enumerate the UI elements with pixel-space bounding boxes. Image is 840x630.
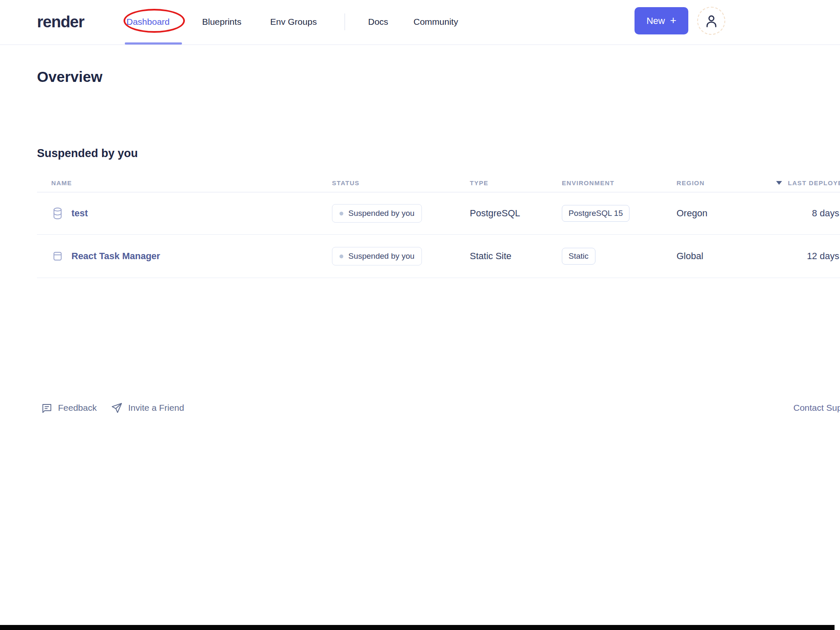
person-icon bbox=[703, 13, 719, 29]
invite-label: Invite a Friend bbox=[128, 403, 184, 413]
table-header-row: NAME STATUS TYPE ENVIRONMENT REGION LAST… bbox=[37, 173, 840, 192]
last-deploy-cell: 8 days ago bbox=[769, 192, 840, 234]
nav-link-docs[interactable]: Docs bbox=[368, 0, 388, 44]
new-button-label: New bbox=[646, 16, 665, 26]
environment-cell: Static bbox=[562, 235, 595, 278]
table-row-react-task-manager[interactable]: React Task Manager Suspended by you Stat… bbox=[37, 235, 840, 278]
environment-badge: PostgreSQL 15 bbox=[562, 205, 629, 222]
bottom-black-bar bbox=[0, 625, 835, 630]
column-header-type[interactable]: TYPE bbox=[470, 173, 488, 192]
status-badge: Suspended by you bbox=[332, 247, 422, 265]
service-name-link[interactable]: test bbox=[71, 192, 88, 234]
top-nav-bar: render Dashboard Blueprints Env Groups D… bbox=[0, 0, 840, 45]
status-badge: Suspended by you bbox=[332, 204, 422, 223]
environment-cell: PostgreSQL 15 bbox=[562, 192, 629, 234]
page-footer: Feedback Invite a Friend Contact Support bbox=[0, 395, 840, 421]
nav-divider bbox=[345, 13, 345, 30]
environment-badge: Static bbox=[562, 248, 595, 265]
type-cell: PostgreSQL bbox=[470, 192, 520, 234]
status-label: Suspended by you bbox=[348, 252, 414, 261]
sort-descending-icon[interactable] bbox=[776, 181, 782, 185]
feedback-link[interactable]: Feedback bbox=[41, 395, 97, 421]
type-cell: Static Site bbox=[470, 235, 511, 278]
app-window: render Dashboard Blueprints Env Groups D… bbox=[0, 0, 840, 630]
last-deploy-cell: 12 days ago bbox=[769, 235, 840, 278]
nav-tab-dashboard[interactable]: Dashboard bbox=[126, 0, 170, 44]
invite-friend-link[interactable]: Invite a Friend bbox=[111, 395, 184, 421]
database-icon bbox=[52, 192, 63, 234]
static-site-icon bbox=[52, 235, 63, 278]
nav-tab-blueprints[interactable]: Blueprints bbox=[202, 0, 241, 44]
status-dot-icon bbox=[340, 212, 343, 215]
column-header-region[interactable]: REGION bbox=[677, 173, 705, 192]
feedback-label: Feedback bbox=[58, 403, 97, 413]
page-title: Overview bbox=[37, 68, 103, 85]
nav-link-community[interactable]: Community bbox=[413, 0, 458, 44]
column-header-environment[interactable]: ENVIRONMENT bbox=[562, 173, 614, 192]
feedback-bubble-icon bbox=[41, 402, 53, 414]
status-cell: Suspended by you bbox=[332, 235, 422, 278]
column-header-last-deploy[interactable]: LAST DEPLOYED bbox=[788, 173, 840, 192]
status-label: Suspended by you bbox=[348, 209, 414, 218]
render-logo[interactable]: render bbox=[37, 0, 84, 44]
section-title: Suspended by you bbox=[37, 147, 138, 160]
column-header-status[interactable]: STATUS bbox=[332, 173, 360, 192]
region-cell: Global bbox=[677, 235, 703, 278]
status-dot-icon bbox=[340, 255, 343, 258]
nav-tab-env-groups[interactable]: Env Groups bbox=[270, 0, 317, 44]
contact-support-link[interactable]: Contact Support bbox=[793, 395, 840, 421]
plus-icon: + bbox=[670, 14, 676, 27]
table-row-test[interactable]: test Suspended by you PostgreSQL Postgre… bbox=[37, 192, 840, 235]
new-button[interactable]: New + bbox=[635, 7, 688, 34]
paper-plane-icon bbox=[111, 402, 123, 414]
service-name-link[interactable]: React Task Manager bbox=[71, 235, 160, 278]
region-cell: Oregon bbox=[677, 192, 707, 234]
status-cell: Suspended by you bbox=[332, 192, 422, 234]
account-avatar-button[interactable] bbox=[697, 7, 725, 35]
column-header-name[interactable]: NAME bbox=[51, 173, 72, 192]
header-divider bbox=[0, 45, 840, 45]
services-table: NAME STATUS TYPE ENVIRONMENT REGION LAST… bbox=[37, 173, 840, 278]
